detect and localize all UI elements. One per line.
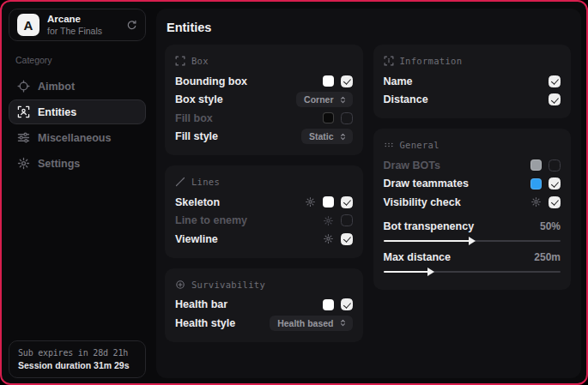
- main-panel: Entities Box Bounding box: [156, 9, 581, 378]
- app-logo: A: [17, 14, 39, 36]
- sub-expires-text: Sub expires in 28d 21h: [18, 348, 136, 358]
- setting-row-draw-teammates: Draw teammates: [384, 175, 561, 194]
- distance-checkbox[interactable]: [549, 93, 561, 105]
- setting-row-bounding-box: Bounding box: [175, 72, 353, 91]
- life-ring-icon: [175, 280, 185, 290]
- section-title: Survivability: [191, 280, 265, 290]
- general-section-card: General Draw BOTs Draw teammates: [373, 129, 572, 290]
- color-swatch[interactable]: [323, 112, 334, 123]
- page-title: Entities: [167, 21, 571, 34]
- bounding-box-checkbox[interactable]: [341, 75, 353, 87]
- setting-row-skeleton: Skeleton: [175, 193, 353, 212]
- bot-transparency-slider[interactable]: [384, 240, 561, 242]
- chevron-up-down-icon: [339, 96, 347, 104]
- session-duration-text: Session duration 31m 29s: [18, 360, 136, 370]
- chevron-up-down-icon: [339, 133, 347, 141]
- section-title: Box: [191, 56, 209, 66]
- gear-icon[interactable]: [323, 233, 334, 244]
- information-section-card: Information Name Distance: [373, 45, 572, 118]
- gear-icon[interactable]: [530, 196, 542, 208]
- diagonal-line-icon: [175, 177, 185, 187]
- setting-row-viewline: Viewline: [175, 230, 353, 249]
- setting-row-health-bar: Health bar: [175, 296, 353, 315]
- color-swatch[interactable]: [323, 196, 334, 208]
- setting-row-line-to-enemy: Line to enemy: [175, 212, 353, 231]
- refresh-icon[interactable]: [126, 20, 137, 31]
- color-swatch[interactable]: [530, 178, 542, 189]
- setting-row-fill-style: Fill style Static: [175, 128, 353, 147]
- max-distance-slider[interactable]: [384, 271, 561, 273]
- app-header-card: A Arcane for The Finals: [9, 9, 146, 41]
- category-label: Category: [15, 55, 146, 65]
- gear-icon[interactable]: [305, 196, 316, 208]
- box-style-dropdown[interactable]: Corner: [296, 92, 352, 107]
- fill-box-checkbox[interactable]: [341, 112, 353, 124]
- gear-icon[interactable]: [323, 215, 334, 226]
- right-column: Information Name Distance: [373, 45, 572, 342]
- info-scan-icon: [384, 56, 394, 66]
- sidebar-item-settings[interactable]: Settings: [9, 151, 146, 176]
- sidebar-item-label: Aimbot: [38, 81, 75, 93]
- survivability-section-card: Survivability Health bar Health style He…: [165, 268, 363, 342]
- setting-row-health-style: Health style Health based: [175, 314, 353, 333]
- bounding-box-icon: [175, 56, 185, 66]
- health-bar-checkbox[interactable]: [341, 298, 353, 310]
- sidebar-item-label: Entities: [38, 106, 76, 118]
- sidebar-item-miscellaneous[interactable]: Miscellaneous: [9, 125, 146, 150]
- sidebar-item-aimbot[interactable]: Aimbot: [9, 74, 146, 99]
- setting-row-distance: Distance: [384, 91, 561, 110]
- color-swatch[interactable]: [323, 299, 334, 310]
- sidebar-item-label: Miscellaneous: [38, 132, 111, 144]
- color-swatch[interactable]: [323, 75, 334, 87]
- section-title: General: [400, 140, 439, 150]
- setting-row-box-style: Box style Corner: [175, 91, 353, 110]
- setting-row-fill-box: Fill box: [175, 109, 353, 128]
- sidebar-item-label: Settings: [38, 158, 80, 170]
- sidebar-item-entities[interactable]: Entities: [9, 99, 146, 124]
- slider-value: 50%: [540, 220, 561, 232]
- session-info-card: Sub expires in 28d 21h Session duration …: [9, 340, 146, 378]
- slider-value: 250m: [534, 251, 561, 263]
- setting-row-name: Name: [384, 72, 561, 91]
- draw-teammates-checkbox[interactable]: [549, 177, 561, 189]
- app-name: Arcane: [47, 14, 118, 25]
- section-title: Lines: [191, 177, 220, 187]
- bot-transparency-slider-group: Bot transpenency 50%: [384, 219, 561, 242]
- health-style-dropdown[interactable]: Health based: [270, 316, 352, 331]
- box-section-card: Box Bounding box Box style Corner: [165, 45, 363, 155]
- draw-bots-checkbox[interactable]: [549, 159, 561, 171]
- left-column: Box Bounding box Box style Corner: [165, 45, 363, 342]
- sliders-icon: [17, 131, 30, 144]
- slider-thumb[interactable]: [427, 268, 434, 276]
- lines-section-card: Lines Skeleton Line to enemy: [165, 165, 363, 258]
- viewline-checkbox[interactable]: [341, 233, 353, 245]
- skeleton-checkbox[interactable]: [341, 196, 353, 208]
- crosshair-icon: [17, 80, 30, 93]
- sidebar-nav: Aimbot Entities Miscella: [9, 74, 146, 176]
- setting-row-draw-bots: Draw BOTs: [384, 156, 561, 175]
- grid-dots-icon: [384, 140, 394, 150]
- name-checkbox[interactable]: [549, 75, 561, 87]
- section-title: Information: [400, 56, 463, 66]
- app-window: A Arcane for The Finals Category Aimbot: [0, 0, 588, 385]
- sidebar: A Arcane for The Finals Category Aimbot: [2, 2, 153, 383]
- line-to-enemy-checkbox[interactable]: [341, 214, 353, 226]
- app-subtitle: for The Finals: [47, 26, 118, 36]
- gear-icon: [17, 157, 30, 170]
- setting-row-visibility-check: Visibility check: [384, 193, 561, 212]
- color-swatch[interactable]: [530, 159, 542, 171]
- fill-style-dropdown[interactable]: Static: [301, 129, 353, 144]
- entities-icon: [17, 105, 30, 118]
- chevron-up-down-icon: [339, 319, 347, 327]
- slider-thumb[interactable]: [469, 237, 476, 245]
- visibility-check-checkbox[interactable]: [549, 196, 561, 208]
- max-distance-slider-group: Max distance 250m: [384, 250, 561, 273]
